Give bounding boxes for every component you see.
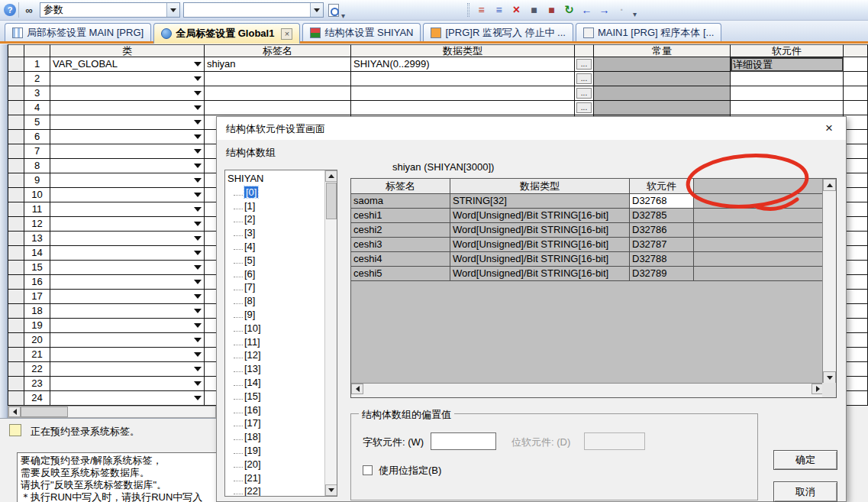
struct-datatype-cell[interactable]: Word[Unsigned]/Bit STRING[16-bit] bbox=[450, 267, 630, 281]
use-bit-checkbox[interactable] bbox=[363, 465, 373, 475]
tree-item[interactable]: [14] bbox=[227, 376, 323, 390]
dropdown-arrow-icon[interactable] bbox=[192, 320, 203, 331]
device-cell[interactable] bbox=[731, 101, 844, 115]
scrollbar-thumb[interactable] bbox=[326, 183, 337, 219]
class-cell[interactable] bbox=[50, 115, 205, 130]
detail-cell[interactable]: ... bbox=[575, 86, 594, 101]
scroll-left-button[interactable] bbox=[351, 384, 363, 394]
tree-item[interactable]: [5] bbox=[227, 254, 323, 267]
cancel-button[interactable]: 取消 bbox=[773, 481, 837, 502]
scroll-down-button[interactable] bbox=[823, 371, 836, 384]
search-combobox[interactable] bbox=[183, 2, 324, 18]
constant-cell[interactable] bbox=[594, 86, 731, 101]
struct-label-cell[interactable]: ceshi2 bbox=[351, 223, 450, 238]
tree-item[interactable]: [10] bbox=[227, 322, 323, 335]
dropdown-arrow-icon[interactable] bbox=[192, 291, 203, 302]
struct-datatype-cell[interactable]: Word[Unsigned]/Bit STRING[16-bit] bbox=[450, 209, 630, 223]
class-cell[interactable] bbox=[50, 173, 205, 188]
ok-button[interactable]: 确定 bbox=[773, 450, 837, 470]
dropdown-arrow-icon[interactable] bbox=[192, 102, 203, 113]
table-vertical-scrollbar[interactable] bbox=[822, 179, 836, 384]
tree-item[interactable]: [15] bbox=[227, 390, 323, 403]
struct-datatype-cell[interactable]: Word[Unsigned]/Bit STRING[16-bit] bbox=[450, 223, 630, 238]
row-number-cell[interactable]: 23 bbox=[24, 377, 50, 391]
scroll-up-button[interactable] bbox=[823, 179, 836, 191]
row-number-cell[interactable]: 7 bbox=[24, 144, 50, 159]
class-cell[interactable] bbox=[50, 159, 205, 173]
row-number-cell[interactable]: 20 bbox=[24, 333, 50, 348]
dialog-titlebar[interactable]: 结构体软元件设置画面 × bbox=[217, 117, 846, 140]
export-icon[interactable]: ← bbox=[579, 2, 595, 18]
edit-disabled-icon[interactable]: · bbox=[614, 2, 630, 18]
dropdown-arrow-icon[interactable] bbox=[192, 175, 203, 186]
class-cell[interactable] bbox=[50, 72, 205, 86]
class-cell[interactable] bbox=[50, 86, 205, 101]
device-cell[interactable] bbox=[731, 86, 844, 101]
class-cell[interactable] bbox=[50, 261, 205, 275]
tree-item[interactable]: [9] bbox=[227, 308, 323, 322]
dropdown-arrow-icon[interactable] bbox=[192, 378, 203, 389]
tree-item[interactable]: [3] bbox=[227, 226, 323, 240]
row-number-cell[interactable]: 9 bbox=[24, 173, 50, 188]
tree-vertical-scrollbar[interactable] bbox=[324, 170, 337, 496]
row-number-cell[interactable]: 13 bbox=[24, 232, 50, 246]
device-cell[interactable]: 详细设置 bbox=[731, 57, 844, 72]
tree-item[interactable]: [11] bbox=[227, 335, 323, 349]
class-cell[interactable] bbox=[50, 188, 205, 202]
dropdown-arrow-icon[interactable] bbox=[192, 335, 203, 345]
class-cell[interactable] bbox=[50, 348, 205, 362]
constant-cell[interactable] bbox=[594, 57, 731, 72]
dropdown-arrow-icon[interactable] bbox=[192, 393, 203, 403]
scroll-down-button[interactable] bbox=[325, 484, 337, 496]
struct-label-cell[interactable]: ceshi4 bbox=[351, 252, 450, 267]
import-icon[interactable]: → bbox=[596, 2, 612, 18]
dropdown-arrow-icon[interactable] bbox=[192, 88, 203, 99]
dropdown-arrow-icon[interactable] bbox=[192, 189, 203, 200]
detail-dots-button[interactable]: ... bbox=[576, 88, 592, 99]
class-cell[interactable] bbox=[50, 391, 205, 406]
refresh-icon[interactable]: ↻ bbox=[561, 2, 577, 18]
find-icon[interactable]: ∞ bbox=[21, 2, 37, 18]
dropdown-arrow-icon[interactable] bbox=[192, 277, 203, 287]
datatype-cell[interactable] bbox=[351, 86, 575, 101]
detail-dots-button[interactable]: ... bbox=[576, 73, 592, 84]
label-name-cell[interactable] bbox=[205, 101, 351, 115]
tab-monitor[interactable]: [PRG]R 监视写入 停止中 ... bbox=[423, 23, 573, 41]
class-cell[interactable] bbox=[50, 144, 205, 159]
struct-datatype-cell[interactable]: STRING[32] bbox=[450, 194, 630, 209]
tab-local-label[interactable]: 局部标签设置 MAIN [PRG] bbox=[5, 23, 151, 41]
dropdown-arrow-icon[interactable] bbox=[192, 219, 203, 229]
class-cell[interactable] bbox=[50, 333, 205, 348]
detail-dots-button[interactable]: ... bbox=[576, 59, 592, 70]
dropdown-arrow-icon[interactable] bbox=[192, 204, 203, 215]
struct-device-cell[interactable]: D32787 bbox=[630, 238, 694, 252]
page-search-icon[interactable] bbox=[328, 4, 339, 17]
tree-item[interactable]: [7] bbox=[227, 280, 323, 294]
row-number-cell[interactable]: 11 bbox=[24, 202, 50, 217]
detail-dots-button[interactable]: ... bbox=[576, 102, 592, 113]
class-cell[interactable] bbox=[50, 319, 205, 333]
tab-structure[interactable]: 结构体设置 SHIYAN bbox=[302, 23, 421, 41]
dropdown-arrow-icon[interactable] bbox=[192, 73, 203, 84]
tree-root-item[interactable]: SHIYAN bbox=[227, 172, 323, 186]
row-number-cell[interactable]: 8 bbox=[24, 159, 50, 173]
device-cell[interactable] bbox=[731, 72, 844, 86]
row-number-cell[interactable]: 5 bbox=[24, 115, 50, 130]
toolbar-overflow-icon[interactable]: ▾ bbox=[633, 10, 637, 18]
row-number-cell[interactable]: 18 bbox=[24, 304, 50, 319]
tree-item[interactable]: [17] bbox=[227, 416, 323, 430]
tree-item[interactable]: [1] bbox=[227, 199, 323, 213]
struct-label-cell[interactable]: ceshi3 bbox=[351, 238, 450, 252]
scrollbar-thumb[interactable] bbox=[21, 406, 68, 417]
row-number-cell[interactable]: 6 bbox=[24, 130, 50, 144]
struct-device-cell[interactable]: D32789 bbox=[630, 267, 694, 281]
row-number-cell[interactable]: 1 bbox=[24, 57, 50, 72]
toolbar-drag-handle[interactable] bbox=[467, 3, 469, 17]
dropdown-arrow-icon[interactable] bbox=[192, 59, 203, 70]
row-number-cell[interactable]: 17 bbox=[24, 290, 50, 304]
row-number-cell[interactable]: 4 bbox=[24, 101, 50, 115]
class-cell[interactable] bbox=[50, 246, 205, 261]
tree-item[interactable]: [2] bbox=[227, 212, 323, 226]
row-number-cell[interactable]: 24 bbox=[24, 391, 50, 406]
class-cell[interactable] bbox=[50, 217, 205, 232]
